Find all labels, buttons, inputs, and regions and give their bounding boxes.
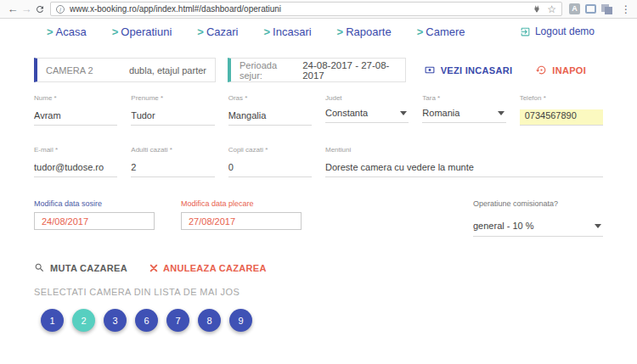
telefon-input[interactable] [520,109,603,126]
forward-icon[interactable]: → [20,3,33,15]
field-telefon: Telefon * [520,94,603,126]
anuleaza-cazarea-button[interactable]: ANULEAZA CAZAREA [149,263,267,273]
vezi-incasari-button[interactable]: VEZI INCASARI [424,64,513,76]
comision-select[interactable]: general - 10 % [473,220,603,237]
date-modify-section: Modifica data sosire Modifica data pleca… [0,199,637,237]
field-data-plecare: Modifica data plecare [181,199,302,230]
room-circle-1[interactable]: 1 [41,309,64,332]
logout-label: Logout demo [535,25,595,37]
chevron-right-icon: > [337,25,344,38]
room-name: CAMERA 2 [46,65,93,76]
room-circle-6[interactable]: 6 [135,309,158,332]
close-x-icon [149,264,158,272]
chevron-right-icon: > [197,25,204,38]
field-email: E-mail * [34,146,117,177]
nav-label: Acasa [56,25,87,38]
room-circle-7[interactable]: 7 [166,309,189,332]
vezi-incasari-label: VEZI INCASARI [441,65,513,76]
field-tara: Tara * Romania [422,94,505,126]
field-label: Judet [325,94,409,102]
room-summary-card: CAMERA 2 dubla, etajul parter [34,58,216,82]
nav-item-cazari[interactable]: > Cazari [197,25,238,38]
field-label: Oras * [228,94,312,102]
field-label: Adulti cazati * [131,146,214,154]
copii-input[interactable] [228,161,312,177]
nume-input[interactable] [34,109,117,126]
field-data-sosire: Modifica data sosire [34,199,155,230]
nav-label: Operatiuni [121,25,172,38]
nav-label: Cazari [206,25,239,38]
chevron-right-icon: > [112,25,119,38]
field-label: E-mail * [34,146,117,154]
comision-label: Operatiune comisionata? [473,199,603,208]
mentiuni-input[interactable] [325,161,603,177]
browser-toolbar: ← → i www.x-booking.ro/app/index.html#/d… [0,0,637,19]
payment-icon [424,64,436,76]
back-icon[interactable]: ← [6,3,20,15]
search-icon [34,262,45,273]
room-circle-8[interactable]: 8 [198,309,221,332]
browser-menu-icon[interactable]: ⋮ [621,3,631,15]
adulti-input[interactable] [131,161,214,177]
field-oras: Oras * [228,94,312,126]
logout-icon [520,26,531,37]
prenume-input[interactable] [131,109,214,126]
judet-value: Constanta [325,108,368,118]
inapoi-button[interactable]: INAPOI [536,64,586,76]
plugin-icon[interactable] [533,4,541,14]
reload-icon[interactable] [33,3,47,15]
room-circle-2-selected[interactable]: 2 [72,309,95,332]
nav-item-incasari[interactable]: > Incasari [263,25,311,38]
room-circle-9[interactable]: 9 [229,309,252,332]
data-plecare-input[interactable] [181,212,302,230]
muta-cazarea-button[interactable]: MUTA CAZAREA [34,262,127,273]
dropdown-caret-icon [595,224,601,228]
room-type: dubla, etajul parter [129,65,206,76]
judet-select[interactable]: Constanta [325,107,409,123]
nav-label: Incasari [273,25,312,38]
nav-item-rapoarte[interactable]: > Rapoarte [337,25,392,38]
room-circle-3[interactable]: 3 [104,309,127,332]
guest-form: Nume * Prenume * Oras * Judet Constanta … [0,94,637,177]
chevron-right-icon: > [263,25,270,38]
extension-layers-icon[interactable] [601,4,612,14]
url-bar[interactable]: i www.x-booking.ro/app/index.html#/dashb… [50,2,562,16]
chevron-right-icon: > [47,25,54,38]
bookmark-star-icon[interactable]: ☆ [547,4,556,14]
comision-section: Operatiune comisionata? general - 10 % [473,199,603,237]
field-label: Prenume * [131,94,214,102]
page-info-icon[interactable]: i [56,5,65,14]
room-number-list: 1 2 3 6 7 8 9 [0,309,637,332]
field-adulti: Adulti cazati * [131,146,214,177]
field-judet: Judet Constanta [325,94,409,126]
booking-actions: MUTA CAZAREA ANULEAZA CAZAREA [0,262,637,273]
nav-label: Camere [426,25,465,38]
nav-item-camere[interactable]: > Camere [417,25,465,38]
field-label: Telefon * [520,94,603,102]
email-input[interactable] [34,161,117,177]
dropdown-caret-icon [400,111,407,115]
comision-value: general - 10 % [473,221,534,231]
field-label: Copii cazati * [228,146,312,154]
field-mentiuni: Mentiuni [325,146,603,177]
data-sosire-input[interactable] [34,212,155,230]
nav-item-acasa[interactable]: > Acasa [47,25,87,38]
period-card: Perioada sejur: 24-08-2017 - 27-08-2017 [228,58,406,82]
muta-cazarea-label: MUTA CAZAREA [50,263,127,273]
oras-input[interactable] [228,109,312,126]
url-text: www.x-booking.ro/app/index.html#/dashboa… [70,4,533,14]
extension-frame-icon[interactable] [585,4,596,14]
nav-item-operatiuni[interactable]: > Operatiuni [112,25,172,38]
field-prenume: Prenume * [131,94,214,126]
anuleaza-cazarea-label: ANULEAZA CAZAREA [163,263,267,273]
tara-select[interactable]: Romania [422,107,505,123]
back-restore-icon [536,64,547,76]
dropdown-caret-icon [498,111,505,115]
field-copii: Copii cazati * [228,146,312,177]
logout-button[interactable]: Logout demo [520,25,595,37]
room-select-heading: SELECTATI CAMERA DIN LISTA DE MAI JOS [0,287,637,297]
inapoi-label: INAPOI [552,65,586,76]
extension-a-icon[interactable]: A [569,3,580,14]
period-value: 24-08-2017 - 27-08-2017 [302,60,397,81]
booking-header: CAMERA 2 dubla, etajul parter Perioada s… [34,58,603,82]
